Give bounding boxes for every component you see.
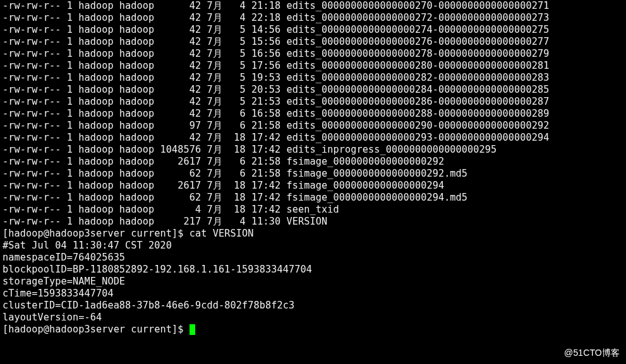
file-row: -rw-rw-r-- 1 hadoop hadoop 42 7月 18 17:4… <box>3 132 623 144</box>
file-row: -rw-rw-r-- 1 hadoop hadoop 42 7月 5 21:53… <box>3 96 623 108</box>
file-row: -rw-rw-r-- 1 hadoop hadoop 42 7月 6 16:58… <box>3 108 623 120</box>
file-row: -rw-rw-r-- 1 hadoop hadoop 42 7月 5 17:56… <box>3 60 623 72</box>
file-row: -rw-rw-r-- 1 hadoop hadoop 2617 7月 6 21:… <box>3 156 623 168</box>
file-row: -rw-rw-r-- 1 hadoop hadoop 4 7月 18 17:42… <box>3 204 623 216</box>
output-line: namespaceID=764025635 <box>3 252 623 264</box>
shell-prompt: [hadoop@hadoop3server current]$ <box>3 228 190 239</box>
file-row: -rw-rw-r-- 1 hadoop hadoop 42 7月 5 19:53… <box>3 72 623 84</box>
file-row: -rw-rw-r-- 1 hadoop hadoop 42 7月 4 22:18… <box>3 12 623 24</box>
output-line: blockpoolID=BP-1180852892-192.168.1.161-… <box>3 264 623 276</box>
output-line: layoutVersion=-64 <box>3 312 623 324</box>
command-input[interactable]: cat VERSION <box>190 228 254 239</box>
output-line: clusterID=CID-1ad6ea88-37b8-46e6-9cdd-80… <box>3 300 623 312</box>
file-row: -rw-rw-r-- 1 hadoop hadoop 97 7月 6 21:58… <box>3 120 623 132</box>
shell-prompt: [hadoop@hadoop3server current]$ <box>3 324 190 335</box>
file-row: -rw-rw-r-- 1 hadoop hadoop 62 7月 18 17:4… <box>3 192 623 204</box>
file-row: -rw-rw-r-- 1 hadoop hadoop 1048576 7月 18… <box>3 144 623 156</box>
file-row: -rw-rw-r-- 1 hadoop hadoop 42 7月 5 16:56… <box>3 48 623 60</box>
file-row: -rw-rw-r-- 1 hadoop hadoop 42 7月 4 21:18… <box>3 0 623 12</box>
file-row: -rw-rw-r-- 1 hadoop hadoop 42 7月 5 15:56… <box>3 36 623 48</box>
terminal[interactable]: -rw-rw-r-- 1 hadoop hadoop 42 7月 4 21:18… <box>0 0 626 338</box>
output-line: storageType=NAME_NODE <box>3 276 623 288</box>
output-line: #Sat Jul 04 11:30:47 CST 2020 <box>3 240 623 252</box>
cursor-icon[interactable] <box>190 324 195 335</box>
prompt-line: [hadoop@hadoop3server current]$ cat VERS… <box>3 228 623 240</box>
file-row: -rw-rw-r-- 1 hadoop hadoop 42 7月 5 20:53… <box>3 84 623 96</box>
watermark: @51CTO博客 <box>564 347 620 359</box>
file-row: -rw-rw-r-- 1 hadoop hadoop 62 7月 6 21:58… <box>3 168 623 180</box>
file-row: -rw-rw-r-- 1 hadoop hadoop 2617 7月 18 17… <box>3 180 623 192</box>
output-line: cTime=1593833447704 <box>3 288 623 300</box>
file-row: -rw-rw-r-- 1 hadoop hadoop 217 7月 4 11:3… <box>3 216 623 228</box>
prompt-line[interactable]: [hadoop@hadoop3server current]$ <box>3 324 623 336</box>
file-row: -rw-rw-r-- 1 hadoop hadoop 42 7月 5 14:56… <box>3 24 623 36</box>
